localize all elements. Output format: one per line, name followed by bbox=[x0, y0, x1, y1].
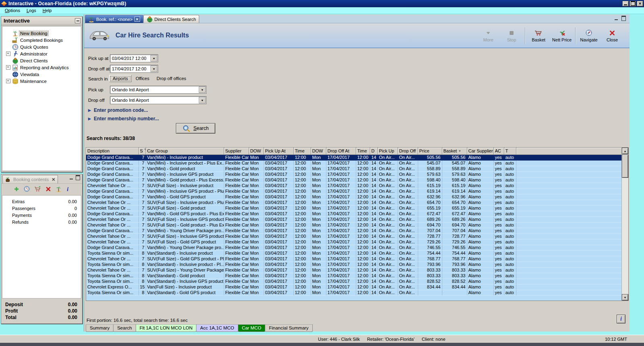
bottom-tab-car-mco[interactable]: Car MCO bbox=[238, 324, 266, 332]
pickup-at-field[interactable]: 03/04/2017 12:00 ▼ bbox=[110, 54, 158, 62]
sidebar-item-reporting-and-analytics[interactable]: +Reporting and Analytics bbox=[2, 64, 81, 71]
table-row[interactable]: Dodge Grand Carava...7Van(Mini) - Gold p… bbox=[86, 166, 622, 171]
table-row[interactable]: Chevrolet Tahoe Or ...7SUV(Full Size) - … bbox=[86, 200, 622, 205]
info-button[interactable]: i bbox=[617, 315, 625, 323]
table-row[interactable]: Chevrolet Tahoe Or ...7SUV(Full Size) - … bbox=[86, 183, 622, 188]
menu-options[interactable]: Options bbox=[2, 8, 23, 13]
table-row[interactable]: Toyota Sienna Or sim...8Van(Standard) - … bbox=[86, 262, 622, 267]
add-icon[interactable] bbox=[14, 186, 19, 192]
search-in-option-offices[interactable]: Offices bbox=[132, 75, 153, 82]
sidebar-item-quick-quotes[interactable]: Quick Quotes bbox=[2, 43, 81, 50]
basket-button[interactable]: Basket bbox=[527, 27, 550, 45]
column-header-d[interactable]: D bbox=[370, 148, 378, 154]
table-row[interactable]: Dodge Grand Carava...7Van(Mini) - Young … bbox=[86, 228, 622, 233]
nett-price-button[interactable]: Nett Price bbox=[550, 27, 574, 45]
chevron-down-icon[interactable]: ▼ bbox=[151, 55, 157, 62]
pane-restore-icon[interactable] bbox=[621, 16, 626, 21]
expand-icon[interactable]: + bbox=[5, 51, 11, 56]
table-row[interactable]: Chevrolet Tahoe Or ...7SUV(Full Size) - … bbox=[86, 216, 622, 222]
table-row[interactable]: Dodge Grand Carava...7Van(Mini) - Inclus… bbox=[86, 154, 622, 160]
table-row[interactable]: Dodge Grand Carava...7Van(Mini) - Inclus… bbox=[86, 160, 622, 166]
collapse-panel-button[interactable] bbox=[75, 18, 80, 23]
filter-icon[interactable] bbox=[144, 148, 146, 153]
column-header-drop-off[interactable]: Drop Off bbox=[398, 148, 418, 154]
column-header-basket[interactable]: Basket▼ bbox=[442, 148, 467, 154]
column-header-drop-off-at[interactable]: Drop Off At bbox=[326, 148, 356, 154]
sidebar-item-administrator[interactable]: +Administrator bbox=[2, 50, 81, 57]
chevron-down-icon[interactable]: ▼ bbox=[151, 66, 157, 72]
table-row[interactable]: Chevrolet Tahoe Or ...7SUV(Full Size) - … bbox=[86, 233, 622, 239]
column-header-description[interactable]: Description bbox=[86, 148, 138, 154]
minimize-icon[interactable] bbox=[68, 175, 74, 180]
tab-booking-ref[interactable]: Book. ref.: <none> ✕ bbox=[85, 15, 143, 23]
window-close-button[interactable]: ✕ bbox=[637, 1, 643, 6]
column-header-pick-up[interactable]: Pick Up bbox=[378, 148, 398, 154]
menu-logs[interactable]: Logs bbox=[23, 8, 39, 13]
delete-icon[interactable] bbox=[45, 186, 51, 192]
expand-icon[interactable]: + bbox=[5, 65, 11, 70]
navigate-button[interactable]: Navigate bbox=[577, 27, 601, 45]
chevron-down-icon[interactable]: ▼ bbox=[199, 97, 206, 103]
close-icon[interactable]: ✕ bbox=[52, 177, 55, 182]
bottom-tab-flt-1a-1c-lon-mco-lon[interactable]: Flt 1A,1C LON MCO LON bbox=[136, 324, 197, 332]
plus-icon[interactable]: + bbox=[6, 65, 10, 70]
table-row[interactable]: Toyota Sienna Or sim...8Van(Standard) - … bbox=[86, 250, 622, 256]
pane-minimize-icon[interactable] bbox=[613, 16, 619, 21]
column-header-ac[interactable]: AC bbox=[493, 148, 504, 154]
bottom-tab-acc-1a-1c-mco[interactable]: Acc 1A,1C MCO bbox=[196, 324, 238, 332]
table-row[interactable]: Dodge Grand Carava...7Van(Mini) - Inclus… bbox=[86, 188, 622, 194]
column-header-car-group[interactable]: Car Group bbox=[146, 148, 224, 154]
scrollbar-thumb[interactable] bbox=[622, 154, 628, 178]
booking-contents-tab[interactable]: Booking contents ✕ bbox=[2, 175, 58, 183]
promotion-code-expander[interactable]: ▶ Enter promotion code... bbox=[88, 107, 148, 113]
sidebar-item-new-booking[interactable]: New Booking bbox=[2, 30, 81, 37]
table-row[interactable]: Dodge Grand Carava...7Van(Mini) - Gold G… bbox=[86, 211, 622, 216]
maximize-icon[interactable] bbox=[75, 175, 80, 180]
table-row[interactable]: Toyota Sienna Or sim...8Van(Standard) - … bbox=[86, 273, 622, 278]
window-maximize-button[interactable] bbox=[630, 1, 636, 6]
scroll-up-icon[interactable]: ▲ bbox=[622, 148, 628, 154]
pickup-location-field[interactable]: Orlando Intl Airport ▼ bbox=[110, 86, 206, 94]
plus-icon[interactable]: + bbox=[6, 79, 10, 83]
tab-direct-clients-search[interactable]: Direct Clients Search bbox=[143, 15, 199, 23]
column-header-price[interactable]: Price bbox=[418, 148, 442, 154]
search-in-option-drop-off-offices[interactable]: Drop off offices bbox=[153, 75, 190, 82]
search-in-option-airports[interactable]: Airports bbox=[109, 75, 132, 82]
dropoff-at-field[interactable]: 17/04/2017 12:00 ▼ bbox=[110, 65, 158, 73]
dropoff-location-field[interactable]: Orlando Intl Airport ▼ bbox=[110, 96, 206, 104]
bottom-tab-search[interactable]: Search bbox=[113, 324, 136, 332]
expand-icon[interactable]: + bbox=[5, 79, 11, 83]
column-header-time[interactable]: Time bbox=[293, 148, 311, 154]
column-header-supplier[interactable]: Supplier bbox=[224, 148, 249, 154]
bottom-tab-summary[interactable]: Summary bbox=[86, 324, 114, 332]
column-header-s[interactable]: S bbox=[138, 148, 146, 154]
close-button[interactable]: Close bbox=[601, 27, 624, 45]
column-header-dow[interactable]: DOW bbox=[249, 148, 264, 154]
column-header-dow[interactable]: DOW bbox=[311, 148, 326, 154]
chevron-down-icon[interactable]: ▼ bbox=[199, 86, 206, 93]
tab-close-icon[interactable]: ✕ bbox=[134, 16, 140, 22]
sidebar-item-maintenance[interactable]: +Maintenance bbox=[2, 78, 81, 84]
window-minimize-button[interactable] bbox=[622, 1, 629, 6]
membership-number-expander[interactable]: ▶ Enter membership number... bbox=[88, 116, 159, 122]
search-button[interactable]: Search bbox=[176, 123, 215, 134]
table-row[interactable]: Chevrolet Tahoe Or ...7SUV(Full Size) - … bbox=[86, 267, 622, 273]
table-row[interactable]: Dodge Grand Carava...7Van(Mini) - Gold p… bbox=[86, 177, 622, 183]
table-row[interactable]: Chevrolet Tahoe Or ...7SUV(Full Size) - … bbox=[86, 222, 622, 228]
menu-help[interactable]: Help bbox=[39, 8, 55, 13]
clock-icon[interactable] bbox=[24, 186, 30, 192]
table-row[interactable]: Toyota Sienna Or sim...8Van(Standard) - … bbox=[86, 290, 622, 295]
palm-tree-icon[interactable] bbox=[56, 186, 62, 192]
plus-icon[interactable]: + bbox=[6, 51, 10, 56]
table-row[interactable]: Chevrolet Tahoe Or ...7SUV(Full Size) - … bbox=[86, 205, 622, 211]
column-header-t[interactable]: T bbox=[504, 148, 516, 154]
bottom-tab-financial-summary[interactable]: Financial Summary bbox=[265, 324, 312, 332]
sidebar-item-viewdata[interactable]: Viewdata bbox=[2, 71, 81, 78]
column-header-time[interactable]: Time bbox=[356, 148, 370, 154]
scroll-down-icon[interactable]: ▼ bbox=[622, 294, 628, 301]
table-row[interactable]: Dodge Grand Carava...7Van(Mini) - Inclus… bbox=[86, 171, 622, 177]
table-row[interactable]: Chevrolet Tahoe Or ...7SUV(Full Size) - … bbox=[86, 239, 622, 245]
table-row[interactable]: Chevrolet Tahoe Or ...7SUV(Full Size) - … bbox=[86, 256, 622, 262]
column-header-pick-up-at[interactable]: Pick Up At bbox=[264, 148, 293, 154]
sidebar-item-direct-clients[interactable]: Direct Clients bbox=[2, 57, 81, 64]
